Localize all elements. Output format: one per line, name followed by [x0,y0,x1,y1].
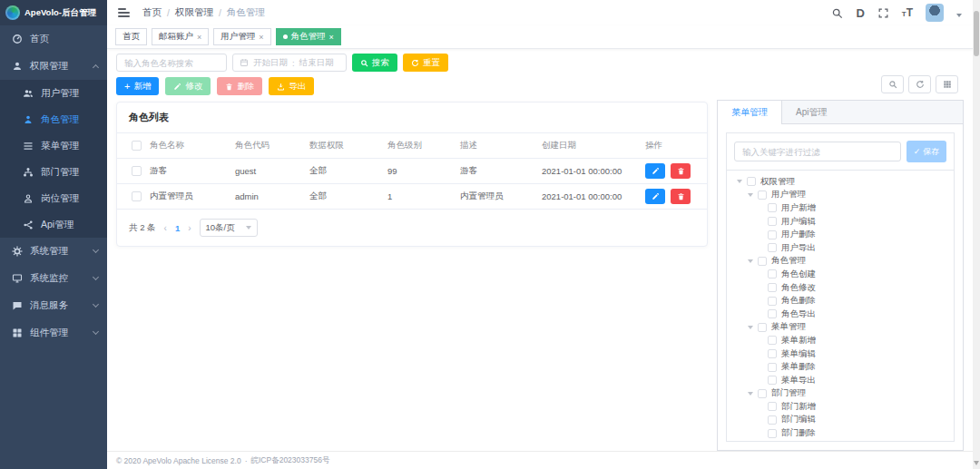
checkbox[interactable] [758,323,767,332]
tree-node[interactable]: 角色导出 [730,308,950,321]
page-number[interactable]: 1 [175,223,180,233]
refresh-table-button[interactable] [908,75,931,93]
sidebar-item-departments[interactable]: 部门管理 [0,159,107,185]
tree-node[interactable]: 角色删除 [730,294,950,308]
add-button[interactable]: + 新增 [116,77,159,95]
tree-node[interactable]: 菜单编辑 [730,347,950,361]
breadcrumb-item[interactable]: 权限管理 [175,6,213,19]
select-all-checkbox[interactable] [132,141,142,151]
scrollbar-thumb[interactable] [974,11,979,56]
tab-api-management[interactable]: Api管理 [782,101,840,123]
caret-down-icon[interactable] [748,392,753,396]
caret-down-icon[interactable] [956,14,962,17]
tab-home[interactable]: 首页 [115,28,147,45]
tab-role-management[interactable]: 角色管理 × [276,28,341,45]
prev-page-button[interactable]: ‹ [164,223,167,233]
tree-node[interactable]: 角色管理 [730,255,950,269]
row-checkbox[interactable] [132,166,142,176]
row-edit-button[interactable] [645,189,665,204]
save-button[interactable]: ✓ 保存 [906,141,946,162]
checkbox[interactable] [768,269,777,278]
hamburger-icon[interactable] [118,8,130,17]
breadcrumb-item[interactable]: 首页 [142,6,162,19]
tree-node[interactable]: 用户删除 [730,228,950,241]
tree-node[interactable]: 菜单删除 [730,360,950,374]
close-icon[interactable]: × [329,33,334,42]
search-button[interactable]: 搜索 [352,54,397,72]
tree-node[interactable]: 菜单新增 [730,334,950,347]
sidebar-item-menus[interactable]: 菜单管理 [0,132,107,159]
tree-node[interactable]: 用户新增 [730,201,950,215]
sidebar-item-components[interactable]: 组件管理 [0,319,107,347]
tree-node[interactable]: 菜单管理 [730,321,950,335]
row-delete-button[interactable] [671,189,691,204]
checkbox[interactable] [768,415,777,425]
toggle-search-button[interactable] [881,75,904,93]
checkbox[interactable] [768,309,777,318]
tree-filter-input[interactable] [734,142,901,161]
tree-node[interactable]: 部门新增 [730,400,950,414]
sidebar-item-api[interactable]: Api管理 [0,211,107,238]
row-edit-button[interactable] [645,163,665,179]
caret-down-icon[interactable] [748,259,753,263]
tree-node[interactable]: 角色修改 [730,281,950,295]
tab-user-management[interactable]: 用户管理 × [213,28,270,45]
column-settings-button[interactable] [936,75,958,93]
fullscreen-icon[interactable] [877,7,889,19]
checkbox[interactable] [768,297,777,306]
checkbox[interactable] [758,191,767,200]
logo[interactable]: ApeVolo-后台管理 [0,0,107,25]
checkbox[interactable] [768,230,777,239]
checkbox[interactable] [768,376,777,385]
scrollbar-down-arrow[interactable] [974,461,979,466]
sidebar-item-users[interactable]: 用户管理 [0,80,107,106]
sidebar-item-monitor[interactable]: 系统监控 [0,265,107,292]
sidebar-item-home[interactable]: 首页 [0,25,107,53]
row-checkbox[interactable] [132,191,142,201]
tree-node[interactable]: 部门管理 [730,387,950,401]
table-row[interactable]: 游客 guest 全部 99 游客 2021-01-01 00:00:00 [117,159,707,184]
checkbox[interactable] [768,283,777,292]
sidebar-item-message[interactable]: 消息服务 [0,292,107,319]
page-size-select[interactable]: 10条/页 [200,219,258,237]
reset-button[interactable]: 重置 [403,54,448,72]
role-name-search-input[interactable] [116,54,227,72]
export-button[interactable]: 导出 [269,77,314,95]
next-page-button[interactable]: › [188,223,191,233]
tree-node[interactable]: 权限管理 [730,175,950,189]
checkbox[interactable] [768,363,777,372]
tree-node[interactable]: 部门编辑 [730,414,950,427]
date-range-picker[interactable]: 开始日期 : 结束日期 [232,54,347,72]
page-scrollbar[interactable] [973,0,980,469]
checkbox[interactable] [768,217,777,226]
sidebar-item-roles[interactable]: 角色管理 [0,106,107,132]
search-icon[interactable] [831,7,843,19]
sidebar-item-system[interactable]: 系统管理 [0,238,107,265]
checkbox[interactable] [768,429,777,438]
checkbox[interactable] [768,203,777,212]
tree-node[interactable]: 部门导出 [730,440,950,442]
close-icon[interactable]: × [259,33,263,42]
checkbox[interactable] [768,402,777,411]
tree-node[interactable]: 部门删除 [730,426,950,440]
tree-node[interactable]: 菜单导出 [730,374,950,387]
font-size-icon[interactable]: TT [902,6,913,19]
checkbox[interactable] [768,336,777,345]
edit-button[interactable]: 修改 [165,77,211,95]
tab-email-account[interactable]: 邮箱账户 × [152,28,209,45]
sidebar-item-posts[interactable]: 岗位管理 [0,185,107,211]
checkbox[interactable] [758,389,767,398]
checkbox[interactable] [758,257,767,266]
avatar[interactable] [926,4,944,22]
delete-button[interactable]: 删除 [217,77,262,95]
table-row[interactable]: 内置管理员 admin 全部 1 内置管理员 2021-01-01 00:00:… [117,184,707,210]
checkbox[interactable] [768,349,777,358]
docs-icon[interactable]: D [856,6,864,20]
checkbox[interactable] [768,243,777,252]
close-icon[interactable]: × [197,33,201,42]
sidebar-item-permissions[interactable]: 权限管理 [0,53,107,80]
caret-down-icon[interactable] [748,326,753,329]
caret-down-icon[interactable] [737,180,742,183]
caret-down-icon[interactable] [748,193,753,197]
tree-node[interactable]: 用户编辑 [730,215,950,229]
